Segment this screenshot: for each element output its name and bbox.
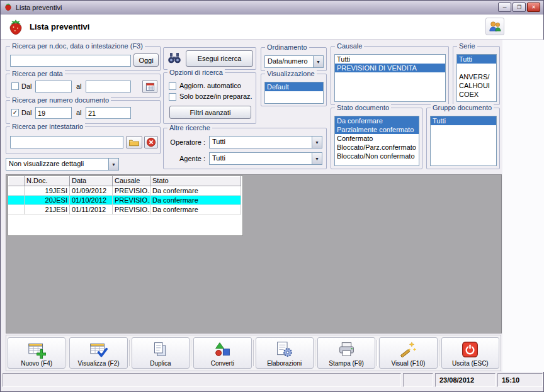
folder-icon xyxy=(128,138,140,147)
causale-listbox[interactable]: TuttiPREVISIONI DI VENDITA xyxy=(334,54,446,102)
users-button[interactable] xyxy=(485,18,504,35)
table-row[interactable]: 21JESI01/11/2012PREVISIO...Da confermare xyxy=(8,205,242,215)
chevron-down-icon[interactable]: ▼ xyxy=(108,159,118,170)
status-date: 23/08/2012 xyxy=(435,373,496,387)
list-option[interactable]: Da confermare xyxy=(335,116,419,125)
detail-view-select[interactable]: Non visualizzare dettagli ▼ xyxy=(6,158,119,171)
operatore-select[interactable]: Tutti ▼ xyxy=(209,136,322,148)
dal-label: Dal xyxy=(21,109,32,116)
list-option[interactable]: Confermato xyxy=(335,134,419,143)
minimize-button[interactable]: ─ xyxy=(498,3,511,12)
view-listbox[interactable]: Default xyxy=(264,82,324,104)
results-area: N.Doc.DataCausaleStato19JESI01/09/2012PR… xyxy=(6,174,502,333)
drafts-only-checkbox[interactable] xyxy=(169,93,176,101)
visual-button[interactable]: Visual (F10) xyxy=(379,337,437,369)
list-option[interactable]: CALHOUI xyxy=(457,81,496,90)
table-cell: 01/11/2012 xyxy=(70,205,113,215)
sort-select[interactable]: Data/numero ▼ xyxy=(264,55,324,68)
list-option[interactable]: Bloccato/Non confermato xyxy=(335,152,419,160)
group-label: Ricerca per data xyxy=(10,70,65,77)
elaborazioni-button[interactable]: Elaborazioni xyxy=(256,337,314,369)
uscita-button[interactable]: Uscita (ESC) xyxy=(441,337,499,369)
toolbar-separator xyxy=(315,340,316,366)
serie-listbox[interactable]: TuttiANVERS/CALHOUICOEX xyxy=(456,54,497,102)
status-time: 15:10 xyxy=(497,373,543,387)
toolbar-separator xyxy=(439,340,440,366)
table-check-icon xyxy=(89,340,108,360)
group-label: Ricerca per numero documento xyxy=(10,96,111,104)
advanced-filters-button[interactable]: Filtri avanzati xyxy=(169,106,251,119)
agente-select[interactable]: Tutti ▼ xyxy=(209,152,322,165)
table-cell: PREVISIO... xyxy=(113,186,150,196)
al-label: al xyxy=(76,82,82,90)
gruppo-listbox[interactable]: Tutti xyxy=(430,116,497,166)
docnum-to-input[interactable] xyxy=(86,107,131,119)
chevron-down-icon[interactable]: ▼ xyxy=(313,56,323,67)
column-header[interactable]: Causale xyxy=(113,176,150,186)
group-label: Causale xyxy=(335,42,364,50)
stato-listbox[interactable]: Da confermareParzialmente confermatoConf… xyxy=(334,116,419,166)
browse-button[interactable] xyxy=(126,136,142,148)
clear-button[interactable] xyxy=(144,136,158,148)
date-from-input[interactable] xyxy=(35,81,72,92)
docnum-dal-checkbox[interactable]: ✓ xyxy=(11,109,19,116)
list-option[interactable]: PREVISIONI DI VENDITA xyxy=(335,64,445,72)
duplica-button[interactable]: Duplica xyxy=(132,337,190,369)
column-header[interactable] xyxy=(8,176,25,186)
execute-search-button[interactable]: Esegui ricerca xyxy=(186,50,253,67)
table-cell: 21JESI xyxy=(25,205,70,215)
table-cell xyxy=(8,186,25,196)
converti-button[interactable]: Converti xyxy=(193,337,251,369)
power-icon xyxy=(461,340,479,360)
chevron-down-icon[interactable]: ▼ xyxy=(312,153,322,164)
strawberry-icon xyxy=(7,18,25,37)
date-dal-checkbox[interactable] xyxy=(11,82,19,90)
table-plus-icon xyxy=(28,340,46,360)
list-option[interactable]: Parzialmente confermato xyxy=(335,125,419,134)
column-header[interactable]: N.Doc. xyxy=(25,176,70,186)
list-option[interactable]: Tutti xyxy=(457,55,496,64)
table-cell xyxy=(8,196,25,205)
intestatario-input[interactable] xyxy=(10,136,123,148)
group-label: Opzioni di ricerca xyxy=(167,69,225,76)
chevron-down-icon[interactable]: ▼ xyxy=(312,137,322,148)
visualizza-button[interactable]: Visualizza (F2) xyxy=(69,337,127,369)
list-option[interactable]: COEX xyxy=(457,90,496,99)
table-row[interactable]: 20JESI01/10/2012PREVISIO...Da confermare xyxy=(8,196,242,205)
list-option[interactable]: Bloccato/Parz.confermato xyxy=(335,143,419,152)
calendar-button[interactable] xyxy=(142,80,157,93)
results-table[interactable]: N.Doc.DataCausaleStato19JESI01/09/2012PR… xyxy=(8,176,243,236)
al-label: al xyxy=(76,109,82,116)
column-header[interactable]: Stato xyxy=(150,176,241,186)
table-cell: 01/09/2012 xyxy=(70,186,113,196)
printer-icon xyxy=(337,340,356,360)
list-option[interactable]: ANVERS/ xyxy=(457,72,496,81)
list-option[interactable] xyxy=(457,64,496,72)
today-button[interactable]: Oggi xyxy=(133,53,159,67)
operatore-label: Operatore : xyxy=(164,138,205,146)
title-bar[interactable]: Lista preventivi ─ ❐ ✕ xyxy=(1,1,543,14)
execute-search-panel: Esegui ricerca xyxy=(163,47,256,70)
stampa-button[interactable]: Stampa (F9) xyxy=(317,337,375,369)
auto-refresh-checkbox[interactable] xyxy=(169,82,176,90)
table-cell: Da confermare xyxy=(150,186,241,196)
toolbar-separator xyxy=(129,340,130,366)
maximize-button[interactable]: ❐ xyxy=(513,3,526,12)
search-input[interactable] xyxy=(10,55,131,67)
stato-documento-group: Stato documento Da confermareParzialment… xyxy=(331,108,422,169)
list-option[interactable]: Tutti xyxy=(431,116,496,125)
docnum-from-input[interactable] xyxy=(35,107,72,119)
date-to-input[interactable] xyxy=(86,81,131,92)
detail-view-value: Non visualizzare dettagli xyxy=(6,159,108,170)
toolbar-button-label: Stampa (F9) xyxy=(329,360,364,367)
nuovo-button[interactable]: Nuovo (F4) xyxy=(8,337,65,369)
agente-value: Tutti xyxy=(210,153,312,164)
close-button[interactable]: ✕ xyxy=(527,3,540,12)
list-option[interactable]: Tutti xyxy=(335,55,445,64)
window-title: Lista preventivi xyxy=(16,4,495,11)
toolbar-button-label: Converti xyxy=(211,360,234,367)
list-option[interactable]: Default xyxy=(265,82,323,91)
table-row[interactable]: 19JESI01/09/2012PREVISIO...Da confermare xyxy=(8,186,242,196)
date-search-group: Ricerca per data Dal al xyxy=(6,74,161,98)
column-header[interactable]: Data xyxy=(70,176,113,186)
